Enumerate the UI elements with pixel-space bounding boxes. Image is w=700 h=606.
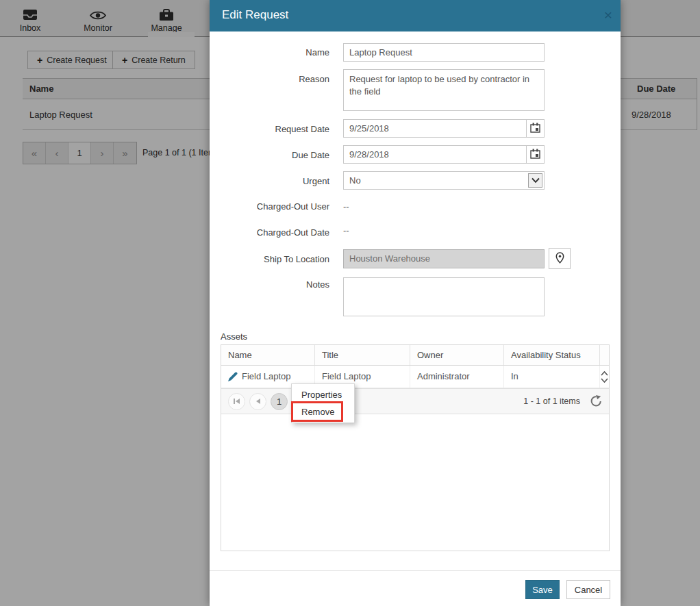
dialog-footer: Save Cancel <box>210 570 621 606</box>
asset-owner-cell: Administrator <box>410 366 504 388</box>
assets-column-availability: Availability Status <box>504 345 600 365</box>
reason-input[interactable]: Request for laptop to be used by contrac… <box>343 69 545 111</box>
notes-label: Notes <box>210 279 329 290</box>
close-icon[interactable]: × <box>604 6 612 24</box>
charged-out-date-label: Charged-Out Date <box>210 227 329 238</box>
assets-grid: Name Title Owner Availability Status Fie… <box>221 344 610 551</box>
due-date-calendar-button[interactable] <box>526 146 544 163</box>
reason-label: Reason <box>210 74 329 84</box>
assets-scroll-column <box>600 345 609 365</box>
urgent-label: Urgent <box>210 176 329 186</box>
request-date-calendar-button[interactable] <box>526 120 544 137</box>
prev-icon <box>255 398 261 405</box>
ship-to-location-label: Ship To Location <box>210 254 329 264</box>
chevron-down-icon <box>528 173 542 188</box>
due-date-input[interactable] <box>344 146 526 163</box>
calendar-icon <box>530 149 540 161</box>
asset-availability-cell: In <box>504 366 600 388</box>
assets-column-name: Name <box>221 345 315 365</box>
scroll-down-icon[interactable] <box>601 378 608 383</box>
screen: Inbox Monitor Manage + Create Request + <box>0 0 700 606</box>
refresh-button[interactable] <box>590 395 602 407</box>
scroll-up-icon[interactable] <box>601 371 608 376</box>
assets-column-title: Title <box>315 345 410 365</box>
cancel-button[interactable]: Cancel <box>566 580 610 599</box>
name-input[interactable] <box>343 43 545 62</box>
assets-pager-prev-button[interactable] <box>249 393 266 410</box>
pick-location-button[interactable] <box>549 248 571 269</box>
save-button[interactable]: Save <box>525 580 560 599</box>
context-menu-item-properties[interactable]: Properties <box>292 386 354 403</box>
name-label: Name <box>210 47 329 58</box>
due-date-label: Due Date <box>210 150 329 160</box>
asset-row[interactable]: Field Laptop Field Laptop Administrator … <box>221 366 609 388</box>
charged-out-date-value: -- <box>343 225 349 236</box>
urgent-select[interactable]: No <box>343 171 545 190</box>
charged-out-user-value: -- <box>343 201 349 212</box>
request-date-input[interactable] <box>344 120 526 137</box>
due-date-picker <box>343 145 545 164</box>
pencil-icon <box>228 372 238 381</box>
asset-name-cell: Field Laptop <box>242 366 291 388</box>
edit-request-dialog: Edit Request × Name Reason Request for l… <box>210 0 621 606</box>
dialog-title: Edit Request <box>222 8 288 22</box>
request-date-label: Request Date <box>210 124 329 134</box>
assets-pager-status: 1 - 1 of 1 items <box>523 396 580 406</box>
charged-out-user-label: Charged-Out User <box>210 201 329 212</box>
notes-input[interactable] <box>343 277 545 316</box>
request-date-picker <box>343 119 545 138</box>
refresh-icon <box>590 395 602 407</box>
assets-section-label: Assets <box>221 331 247 342</box>
ship-to-location-input: Houston Warehouse <box>343 249 545 268</box>
context-menu-item-remove[interactable]: Remove <box>292 403 354 420</box>
assets-pager-page-1-button[interactable]: 1 <box>271 393 288 410</box>
asset-context-menu: Properties Remove <box>291 383 355 423</box>
urgent-selected-value: No <box>349 175 361 186</box>
assets-grid-header: Name Title Owner Availability Status <box>221 345 609 366</box>
assets-column-owner: Owner <box>410 345 504 365</box>
calendar-icon <box>530 123 540 135</box>
assets-grid-pager: 1 1 - 1 of 1 items <box>221 388 609 414</box>
assets-pager-first-button[interactable] <box>228 393 245 410</box>
skip-first-icon <box>233 398 240 405</box>
dialog-header: Edit Request × <box>210 0 621 31</box>
map-pin-icon <box>555 252 564 266</box>
